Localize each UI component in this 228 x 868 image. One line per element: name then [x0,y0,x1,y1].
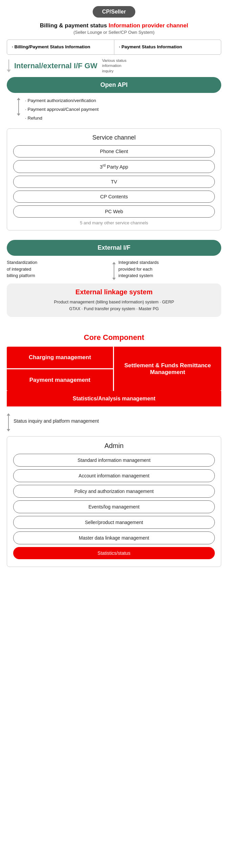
admin-account: Account information management [13,469,215,482]
status-arrow-down [7,429,10,431]
admin-master: Master data linkage management [13,531,215,544]
arrow-v-line [18,100,19,114]
api-desc-arrow [17,98,20,116]
status-arrow-up [7,413,10,416]
admin-events: Events/log management [13,500,215,513]
channel-footnote: 5 and many other service channels [13,220,215,225]
status-arrow-line [8,416,9,429]
ext-linkage-desc: Product management (billing based inform… [13,299,215,312]
cp-seller-section: CP/Seller Billing & payment status Infor… [0,0,228,55]
std-arrow-col [112,259,116,280]
admin-seller: Seller/product management [13,516,215,529]
arrow-up-down [17,98,20,116]
api-desc1: · Payment authorization/verification [25,96,99,105]
core-grid: Charging management Settlement & Funds R… [7,347,221,391]
arrow-head [7,70,11,72]
spacer1 [0,230,228,240]
api-desc-col: · Payment authorization/verification · P… [25,96,99,122]
status-arrow-col [7,411,10,431]
billing-subtitle: (Seller Lounge or Seller/CP Own System) [73,30,155,35]
ext-linkage-section: External linkage system Product manageme… [7,283,221,317]
ext-linkage-title: External linkage system [13,288,215,296]
std-arrow-line [114,264,114,278]
ifgw-note: Various status information inquiry [102,58,127,74]
bottom-spacer [0,567,228,577]
api-desc2: · Payment approval/Cancel payment [25,105,99,114]
channel-cp: CP Contents [13,191,215,203]
core-payment: Payment management [7,369,114,391]
info-box2-label: Payment Status Information [121,44,182,49]
api-desc-row: · Payment authorization/verification · P… [17,96,218,122]
std-row: Standardization of integrated billing pl… [0,256,228,280]
channel-tv: TV [13,176,215,188]
api-desc3: · Refund [25,114,99,123]
spacer2 [0,317,228,326]
sup-rd: rd [102,164,106,167]
std-col-right: Integrated standards provided for each i… [118,259,221,279]
ifgw-arrow [7,59,11,72]
billing-title-part2: Information provider channel [109,22,188,29]
ifgw-row: Internal/external I/F GW Various status … [0,55,228,74]
admin-title: Admin [13,442,215,450]
admin-standard: Standard information management [13,454,215,467]
external-if-bar: External I/F [7,240,221,256]
admin-section: Admin Standard information management Ac… [7,436,221,567]
info-box1-label: Billing/Payment Status Information [15,44,90,49]
billing-title: Billing & payment status Information pro… [40,22,188,29]
arrow-line [8,59,9,70]
cp-seller-badge: CP/Seller [93,6,135,18]
stats-bar: Statistics/Analysis management [7,391,221,406]
std-col-left: Standardization of integrated billing pl… [7,259,110,279]
channel-phone: Phone Client [13,145,215,157]
core-charging: Charging management [7,347,114,369]
std-arrow-down [112,278,116,280]
info-boxes: · Billing/Payment Status Information · P… [7,40,221,55]
service-channel-title: Service channel [13,134,215,141]
service-channel-section: Service channel Phone Client 3rd Party A… [7,128,221,230]
status-inquiry-text: Status inquiry and platform management [14,418,99,425]
info-box-billing: · Billing/Payment Status Information [7,40,114,54]
bullet1: · [12,44,13,49]
admin-policy: Policy and authorization management [13,485,215,498]
arrow-up [17,98,20,100]
status-arrow [7,413,10,431]
arrow-down [17,114,20,116]
std-arrow [112,262,116,280]
bullet2: · [119,44,120,49]
ifgw-title: Internal/external I/F GW [14,61,97,70]
core-section: Core Component Charging management Settl… [7,333,221,406]
channel-3rdparty: 3rd Party App [13,160,215,173]
std-arrow-up [112,262,116,264]
open-api-bar: Open API [7,77,221,93]
status-inquiry-row: Status inquiry and platform management [0,406,228,431]
info-box-payment: · Payment Status Information [114,40,221,54]
billing-title-part1: Billing & payment status [40,22,109,29]
core-settlement: Settlement & Funds Remittance Management [114,347,221,391]
channel-pcweb: PC Web [13,205,215,218]
core-title: Core Component [7,333,221,342]
api-desc: · Payment authorization/verification · P… [0,93,228,124]
admin-stats: Statistics/status [13,547,215,559]
